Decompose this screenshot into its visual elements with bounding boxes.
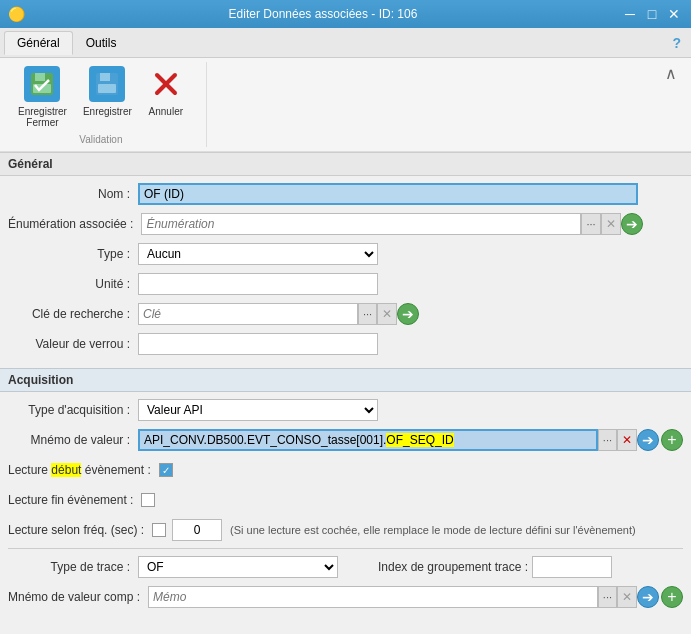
lecture-freq-value[interactable] xyxy=(172,519,222,541)
enumeration-clear-button[interactable]: ✕ xyxy=(601,213,621,235)
window-title: Editer Données associées - ID: 106 xyxy=(25,7,621,21)
title-bar: 🟡 Editer Données associées - ID: 106 ─ □… xyxy=(0,0,691,28)
separator xyxy=(8,548,683,549)
cle-dots-button[interactable]: ··· xyxy=(358,303,377,325)
svg-rect-4 xyxy=(100,73,110,81)
save-icon xyxy=(89,66,125,102)
main-content: Général Nom : Énumération associée : ···… xyxy=(0,152,691,634)
lecture-debut-row: Lecture début évènement : xyxy=(8,458,683,482)
index-groupement-label: Index de groupement trace : xyxy=(378,560,528,574)
nom-input[interactable] xyxy=(138,183,638,205)
enumeration-row: Énumération associée : ··· ✕ ➔ xyxy=(8,212,683,236)
lecture-freq-checkbox[interactable] xyxy=(152,523,166,537)
save-label: Enregistrer xyxy=(83,106,132,117)
mnemo-value-display: API_CONV.DB500.EVT_CONSO_tasse[001].OF_S… xyxy=(138,429,598,451)
unite-input[interactable] xyxy=(138,273,378,295)
cancel-icon xyxy=(148,66,184,102)
svg-rect-1 xyxy=(35,73,45,81)
maximize-button[interactable]: □ xyxy=(643,5,661,23)
save-button[interactable]: Enregistrer xyxy=(77,64,138,130)
cle-arrow-button[interactable]: ➔ xyxy=(397,303,419,325)
lecture-debut-checkbox[interactable] xyxy=(159,463,173,477)
enumeration-arrow-button[interactable]: ➔ xyxy=(621,213,643,235)
tabs-bar: Général Outils ? xyxy=(0,28,691,58)
general-form: Nom : Énumération associée : ··· ✕ ➔ Typ… xyxy=(0,176,691,368)
enumeration-dots-button[interactable]: ··· xyxy=(581,213,600,235)
nom-row: Nom : xyxy=(8,182,683,206)
minimize-button[interactable]: ─ xyxy=(621,5,639,23)
mnemo-comp-plus-button[interactable]: + xyxy=(661,586,683,608)
lecture-fin-row: Lecture fin évènement : xyxy=(8,488,683,512)
mnemo-row: Mnémo de valeur : API_CONV.DB500.EVT_CON… xyxy=(8,428,683,452)
cle-row: Clé de recherche : ··· ✕ ➔ xyxy=(8,302,683,326)
mnemo-comp-label: Mnémo de valeur comp : xyxy=(8,590,148,604)
mnemo-plus-button[interactable]: + xyxy=(661,429,683,451)
title-bar-icon: 🟡 xyxy=(8,6,25,22)
lecture-fin-label: Lecture fin évènement : xyxy=(8,493,141,507)
close-button[interactable]: ✕ xyxy=(665,5,683,23)
type-acq-row: Type d'acquisition : Valeur API Constant… xyxy=(8,398,683,422)
nom-label: Nom : xyxy=(8,187,138,201)
cle-field-group: ··· ✕ ➔ xyxy=(138,303,683,325)
help-button[interactable]: ? xyxy=(666,33,687,53)
general-section-header: Général xyxy=(0,152,691,176)
valeur-verrou-input[interactable] xyxy=(138,333,378,355)
mnemo-clear-button[interactable]: ✕ xyxy=(617,429,637,451)
collapse-button[interactable]: ∧ xyxy=(659,62,683,85)
type-trace-select[interactable]: OF Autre xyxy=(138,556,338,578)
acquisition-section-header: Acquisition xyxy=(0,368,691,392)
type-label: Type : xyxy=(8,247,138,261)
type-trace-row: Type de trace : OF Autre Index de groupe… xyxy=(8,555,683,579)
enumeration-input[interactable] xyxy=(141,213,581,235)
acquisition-form: Type d'acquisition : Valeur API Constant… xyxy=(0,392,691,621)
mnemo-comp-clear-button[interactable]: ✕ xyxy=(617,586,637,608)
save-svg xyxy=(93,70,121,98)
save-close-button[interactable]: EnregistrerFermer xyxy=(12,64,73,130)
type-acq-select[interactable]: Valeur API Constante Calcul xyxy=(138,399,378,421)
mnemo-arrow-button[interactable]: ➔ xyxy=(637,429,659,451)
save-close-label: EnregistrerFermer xyxy=(18,106,67,128)
mnemo-part2: OF_SEQ_ID xyxy=(386,433,453,447)
type-row: Type : Aucun Entier Réel Texte Booléen xyxy=(8,242,683,266)
cle-clear-button[interactable]: ✕ xyxy=(377,303,397,325)
mnemo-comp-row: Mnémo de valeur comp : ··· ✕ ➔ + xyxy=(8,585,683,609)
unite-label: Unité : xyxy=(8,277,138,291)
cancel-button[interactable]: Annuler xyxy=(142,64,190,130)
mnemo-part1: API_CONV.DB500.EVT_CONSO_tasse[001]. xyxy=(144,433,386,447)
mnemo-comp-arrow-button[interactable]: ➔ xyxy=(637,586,659,608)
lecture-fin-checkbox[interactable] xyxy=(141,493,155,507)
toolbar-validation-group: EnregistrerFermer Enregistrer xyxy=(8,62,207,147)
tab-outils[interactable]: Outils xyxy=(73,31,130,55)
lecture-freq-label: Lecture selon fréq. (sec) : xyxy=(8,523,152,537)
validation-group-label: Validation xyxy=(12,134,190,145)
mnemo-comp-dots-button[interactable]: ··· xyxy=(598,586,617,608)
enumeration-label: Énumération associée : xyxy=(8,217,141,231)
unite-row: Unité : xyxy=(8,272,683,296)
cle-label: Clé de recherche : xyxy=(8,307,138,321)
valeur-verrou-row: Valeur de verrou : xyxy=(8,332,683,356)
lecture-freq-row: Lecture selon fréq. (sec) : (Si une lect… xyxy=(8,518,683,542)
save-close-svg xyxy=(28,70,56,98)
mnemo-label: Mnémo de valeur : xyxy=(8,433,138,447)
mnemo-field-group: API_CONV.DB500.EVT_CONSO_tasse[001].OF_S… xyxy=(138,429,683,451)
lecture-debut-label: Lecture début évènement : xyxy=(8,463,159,477)
tab-general[interactable]: Général xyxy=(4,31,73,55)
enumeration-field-group: ··· ✕ ➔ xyxy=(141,213,683,235)
svg-rect-5 xyxy=(98,84,116,93)
cancel-svg xyxy=(152,70,180,98)
toolbar: EnregistrerFermer Enregistrer xyxy=(0,58,691,152)
cancel-label: Annuler xyxy=(149,106,183,117)
mnemo-comp-field-group: ··· ✕ ➔ + xyxy=(148,586,683,608)
mnemo-dots-button[interactable]: ··· xyxy=(598,429,617,451)
index-groupement-input[interactable] xyxy=(532,556,612,578)
cle-input[interactable] xyxy=(138,303,358,325)
save-close-icon xyxy=(24,66,60,102)
valeur-verrou-label: Valeur de verrou : xyxy=(8,337,138,351)
type-acq-label: Type d'acquisition : xyxy=(8,403,138,417)
type-select[interactable]: Aucun Entier Réel Texte Booléen xyxy=(138,243,378,265)
type-trace-label: Type de trace : xyxy=(8,560,138,574)
mnemo-comp-input[interactable] xyxy=(148,586,598,608)
lecture-freq-info: (Si une lecture est cochée, elle remplac… xyxy=(230,524,636,536)
